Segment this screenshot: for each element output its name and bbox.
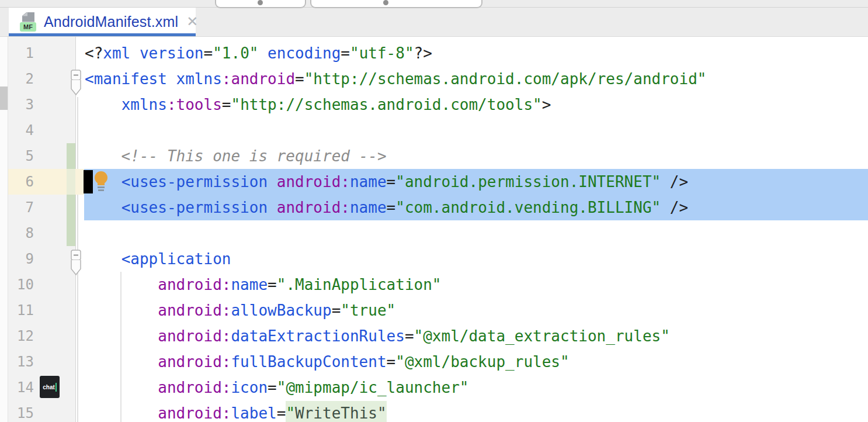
code-token: /> <box>661 173 688 191</box>
code-area[interactable]: <?xml version="1.0" encoding="utf-8"?><m… <box>76 36 868 422</box>
code-token: <application <box>121 250 231 268</box>
code-line-10[interactable]: android:name=".MainApplication" <box>85 272 442 298</box>
code-token <box>268 199 277 216</box>
editor-gutter[interactable]: 123456789101112131415 chat <box>8 36 76 422</box>
code-token: "http://schemas.android.com/apk/res/andr… <box>304 70 707 88</box>
code-line-14[interactable]: android:icon="@mipmap/ic_launcher" <box>85 375 468 400</box>
code-token <box>85 302 158 319</box>
mf-badge: MF <box>20 22 36 32</box>
code-token <box>130 44 140 62</box>
code-token <box>85 173 121 191</box>
line-number[interactable]: 10 <box>8 272 34 298</box>
code-token <box>85 379 158 396</box>
code-line-11[interactable]: android:allowBackup="true" <box>85 298 395 323</box>
line-number[interactable]: 3 <box>8 92 34 117</box>
code-token <box>85 250 121 268</box>
code-token: name <box>350 173 387 191</box>
code-token: encoding <box>268 44 341 62</box>
code-token <box>85 96 121 113</box>
code-line-6[interactable]: <uses-permission android:name="android.p… <box>85 169 688 195</box>
code-line-7[interactable]: <uses-permission android:name="com.andro… <box>85 195 688 220</box>
line-number[interactable]: 8 <box>8 220 34 246</box>
tab-androidmanifest[interactable]: MF AndroidManifest.xml ✕ <box>9 7 196 36</box>
code-line-9[interactable]: <application <box>85 246 231 272</box>
close-tab-icon[interactable]: ✕ <box>186 15 198 29</box>
line-number[interactable]: 11 <box>8 298 34 323</box>
code-token: " <box>286 404 295 422</box>
code-token: = <box>332 302 341 319</box>
code-line-3[interactable]: xmlns:tools="http://schemas.android.com/… <box>85 92 551 117</box>
code-token: = <box>341 44 350 62</box>
line-number[interactable]: 14 <box>8 375 34 400</box>
code-token <box>85 353 158 371</box>
dot-icon <box>383 0 388 5</box>
code-token: "@xml/data_extraction_rules" <box>414 327 670 345</box>
code-line-2[interactable]: <manifest xmlns:android="http://schemas.… <box>85 66 706 92</box>
code-line-1[interactable]: <?xml version="1.0" encoding="utf-8"?> <box>85 40 432 66</box>
code-token: "android.permission.INTERNET" <box>395 173 661 191</box>
code-editor: 123456789101112131415 chat <?xml version… <box>0 36 868 422</box>
line-number[interactable]: 12 <box>8 323 34 349</box>
code-line-12[interactable]: android:dataExtractionRules="@xml/data_e… <box>85 323 670 349</box>
code-token: "true" <box>341 302 395 319</box>
code-token: android: <box>158 379 231 396</box>
vcs-change-bar <box>67 195 75 246</box>
code-line-13[interactable]: android:fullBackupContent="@xml/backup_r… <box>85 349 570 375</box>
code-token: = <box>268 276 277 293</box>
code-token: name <box>231 276 268 293</box>
code-token: <manifest <box>85 70 167 88</box>
code-token: = <box>387 353 396 371</box>
code-token: label <box>231 404 276 422</box>
code-token: = <box>268 379 277 396</box>
code-token: <? <box>85 44 103 62</box>
code-token: = <box>204 44 213 62</box>
code-token: ?> <box>414 44 432 62</box>
line-number[interactable]: 2 <box>8 66 34 92</box>
code-token <box>85 199 121 216</box>
code-token: = <box>387 173 396 191</box>
code-token: android: <box>158 404 231 422</box>
code-token <box>85 276 158 293</box>
code-token: fullBackupContent <box>231 353 386 371</box>
code-token: android: <box>158 302 231 319</box>
chat-overlay-badge[interactable]: chat <box>40 376 60 398</box>
line-number[interactable]: 4 <box>8 117 34 143</box>
vcs-change-bar <box>67 169 75 195</box>
code-token: android: <box>158 276 231 293</box>
toolbar-control[interactable] <box>215 0 306 8</box>
line-number[interactable]: 5 <box>8 143 34 169</box>
active-tab-indicator <box>9 33 196 36</box>
dot-icon <box>258 0 263 5</box>
code-token: xml <box>103 44 130 62</box>
top-toolbar-strip <box>0 0 868 8</box>
line-number[interactable]: 1 <box>8 40 34 66</box>
code-line-15[interactable]: android:label="WriteThis" <box>85 400 387 422</box>
code-token: android: <box>277 199 350 216</box>
editor-tab-bar: MF AndroidManifest.xml ✕ <box>0 7 868 37</box>
code-token: > <box>542 96 551 113</box>
left-edge-marker <box>0 87 8 110</box>
code-token: "@mipmap/ic_launcher" <box>277 379 469 396</box>
code-token: android: <box>158 327 231 345</box>
line-number[interactable]: 13 <box>8 349 34 375</box>
code-token: "com.android.vending.BILLING" <box>395 199 661 216</box>
line-number[interactable]: 7 <box>8 195 34 220</box>
code-token: = <box>277 404 286 422</box>
code-line-5[interactable]: <!-- This one is required --> <box>85 143 387 169</box>
line-number[interactable]: 9 <box>8 246 34 272</box>
code-token: /> <box>661 199 688 216</box>
code-token <box>85 404 158 422</box>
code-token: :android <box>222 70 295 88</box>
line-number[interactable]: 6 <box>8 169 34 195</box>
code-token: "1.0" <box>213 44 258 62</box>
code-token <box>167 70 176 88</box>
code-token: xmlns <box>176 70 222 88</box>
tab-title: AndroidManifest.xml <box>44 13 178 30</box>
toolbar-control[interactable] <box>310 0 482 8</box>
code-token: "utf-8" <box>350 44 414 62</box>
code-token: android: <box>277 173 350 191</box>
code-token: name <box>350 199 387 216</box>
code-token: <!-- This one is required --> <box>85 147 387 165</box>
manifest-file-icon: MF <box>20 12 36 32</box>
line-number[interactable]: 15 <box>8 400 34 422</box>
